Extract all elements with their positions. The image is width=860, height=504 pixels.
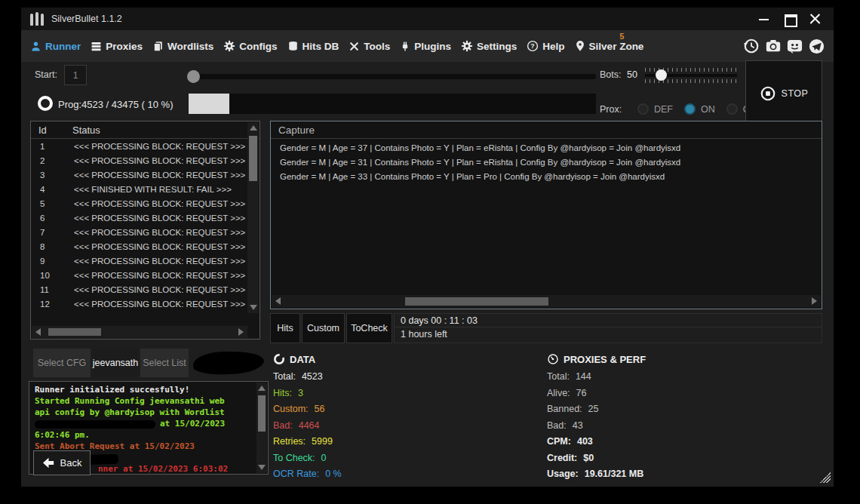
proxies-perf-section: PROXIES & PERF Total:144 Alive:76 Banned… [547,353,646,485]
table-row[interactable]: 7<<< PROCESSING BLOCK: REQUEST >>> [31,225,260,239]
prox-off-radio[interactable] [726,103,738,115]
nav-plugins[interactable]: Plugins [400,41,451,52]
resize-grip[interactable] [820,472,831,483]
capture-title: Capture [271,121,822,139]
scroll-down-arrow-icon[interactable] [258,465,266,470]
back-arrow-icon [42,457,55,469]
nav-settings[interactable]: Settings [461,40,517,52]
back-button[interactable]: Back [33,450,91,475]
table-row[interactable]: 3<<< PROCESSING BLOCK: REQUEST >>> [31,167,260,182]
scroll-up-arrow-icon[interactable] [250,125,257,131]
gear-icon [223,40,235,52]
bots-slider[interactable] [645,68,737,83]
scrollbar-thumb[interactable] [48,328,101,336]
history-button[interactable] [742,37,760,56]
scroll-down-arrow-icon[interactable] [250,305,257,310]
app-window: SilverBullet 1.1.2 Runner Proxies Wordli… [21,8,834,487]
screenshot-button[interactable] [763,37,782,56]
scrollbar-thumb[interactable] [405,297,548,306]
gear-icon [461,40,473,52]
capture-line[interactable]: Gender = M | Age = 31 | Contains Photo =… [271,155,822,170]
nav-proxies[interactable]: Proxies [91,41,143,52]
select-list-button[interactable]: Select List [140,349,189,377]
start-input[interactable] [64,65,87,85]
table-row[interactable]: 13<<< PROCESSING BLOCK: REQUEST >>> [31,311,260,312]
camera-icon [765,38,782,54]
nav-wordlists[interactable]: Wordlists [152,41,213,52]
capture-line[interactable]: Gender = M | Age = 33 | Contains Photo =… [271,170,822,184]
log-vertical-scrollbar[interactable] [256,383,267,473]
scroll-right-arrow-icon[interactable] [238,328,244,336]
stat-usage: Usage:19.61/321 MB [547,469,646,479]
table-row[interactable]: 4<<< FINISHED WITH RESULT: FAIL >>> [31,182,260,196]
close-button[interactable] [808,12,823,26]
col-header-id: Id [38,124,72,136]
proxies-perf-title: PROXIES & PERF [564,354,646,365]
table-row[interactable]: 9<<< PROCESSING BLOCK: REQUEST >>> [31,254,260,268]
scroll-left-arrow-icon[interactable] [275,297,281,305]
nav-silver-zone[interactable]: Silver Zone 5 [575,40,644,52]
capture-line[interactable]: Gender = M | Age = 37 | Contains Photo =… [271,141,822,155]
telegram-button[interactable] [807,37,826,56]
scroll-up-arrow-icon[interactable] [258,386,266,391]
telegram-icon [808,38,825,55]
select-cfg-button[interactable]: Select CFG [33,349,91,377]
scroll-left-arrow-icon[interactable] [35,328,41,336]
help-circle-icon: ? [527,40,539,52]
svg-text:?: ? [531,42,535,50]
plug-icon [400,41,410,52]
stat-proxy-alive: Alive:76 [547,388,646,398]
table-row[interactable]: 5<<< PROCESSING BLOCK: REQUEST >>> [31,196,260,211]
main-nav: Runner Proxies Wordlists Configs Hits DB… [21,30,834,62]
tab-custom[interactable]: Custom [302,313,345,343]
scroll-right-arrow-icon[interactable] [812,297,817,305]
stat-proxy-bad: Bad:43 [547,420,646,431]
table-row[interactable]: 11<<< PROCESSING BLOCK: REQUEST >>> [31,282,260,297]
bots-label: Bots: [600,69,622,80]
scrollbar-thumb[interactable] [258,395,266,432]
start-slider[interactable] [189,74,596,79]
prox-on-radio[interactable] [684,103,696,115]
nav-hitsdb[interactable]: Hits DB [287,41,339,52]
table-row[interactable]: 8<<< PROCESSING BLOCK: REQUEST >>> [31,239,260,254]
stop-button[interactable]: STOP [745,60,822,126]
list-horizontal-scrollbar[interactable] [32,326,247,338]
scrollbar-thumb[interactable] [249,136,257,181]
table-row[interactable]: 12<<< PROCESSING BLOCK: REQUEST >>> [31,297,260,311]
log-line: 6:02:46 pm. [35,429,254,441]
table-row[interactable]: 6<<< PROCESSING BLOCK: REQUEST >>> [31,211,260,225]
start-label: Start: [35,69,57,80]
log-line: Runner initialized succesfully! [35,384,254,395]
nav-tools[interactable]: Tools [349,41,390,52]
capture-horizontal-scrollbar[interactable] [272,295,821,308]
start-slider-thumb[interactable] [187,70,200,83]
table-row[interactable]: 1<<< PROCESSING BLOCK: REQUEST >>> [31,139,260,153]
stat-ocr-rate: OCR Rate:0 % [273,469,342,479]
list-vertical-scrollbar[interactable] [247,122,259,313]
runner-person-icon [30,41,41,52]
col-header-status: Status [72,124,100,136]
table-row[interactable]: 2<<< PROCESSING BLOCK: REQUEST >>> [31,153,260,167]
bots-slider-thumb[interactable] [656,69,667,81]
redaction-blob [193,350,265,375]
progress-bar-fill [189,94,229,114]
table-row[interactable]: 10<<< PROCESSING BLOCK: REQUEST >>> [31,268,260,282]
discord-button[interactable] [785,37,804,56]
history-clock-icon [743,38,760,54]
server-stack-icon [91,41,102,52]
nav-runner[interactable]: Runner [30,41,81,52]
stat-custom: Custom:56 [273,404,342,414]
nav-help[interactable]: ? Help [527,40,564,52]
timer-box: 0 days 00 : 11 : 03 1 hours left [394,313,822,343]
prox-label: Prox: [600,104,622,115]
minimize-button[interactable] [757,12,772,26]
nav-configs[interactable]: Configs [223,40,277,52]
prox-def-radio[interactable] [637,103,649,115]
maximize-button[interactable] [782,12,797,26]
stat-proxy-total: Total:144 [547,371,646,382]
selected-config-name[interactable]: jeevansath [93,349,138,377]
log-line: api config by @hardyisop with Wordlist [35,407,254,418]
tab-tocheck[interactable]: ToCheck [346,313,392,343]
tab-hits[interactable]: Hits [270,313,300,343]
stat-tocheck: To Check:0 [273,453,342,463]
